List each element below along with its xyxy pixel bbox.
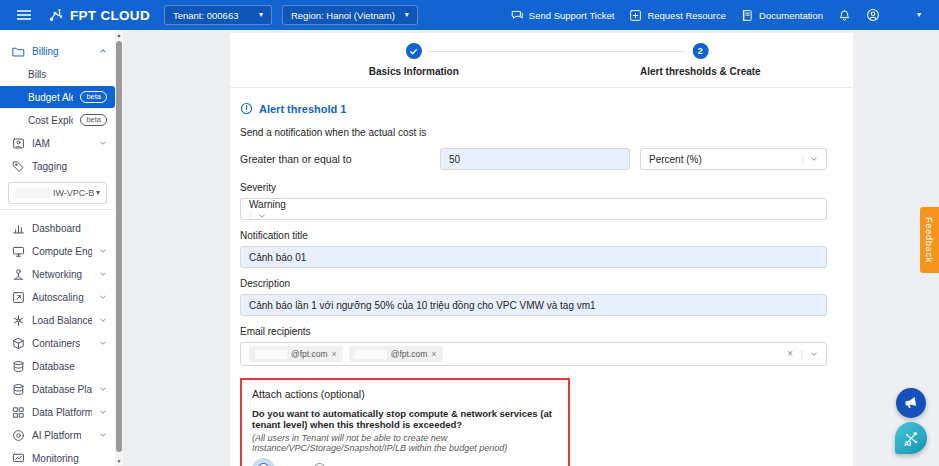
chevron-down-icon [99,293,107,301]
announcement-megaphone-button[interactable] [896,388,926,418]
sidebar-item-compute-engine[interactable]: Compute Engine [0,240,115,262]
unit-select[interactable]: Percent (%) | [640,148,827,170]
sidebar-item-budget-alert[interactable]: Budget Alertbeta [0,86,115,108]
chevron-down-icon [258,212,266,220]
step-basics-information[interactable]: Basics Information [369,43,459,77]
scrollbar-thumb[interactable] [116,41,122,452]
containers-icon [12,337,25,350]
main-content: Basics Information 2 Alert thresholds & … [123,30,939,466]
step-indicator: Basics Information 2 Alert thresholds & … [230,33,853,88]
step-number: 2 [692,43,708,59]
attach-actions-question: Do you want to automatically stop comput… [252,408,558,430]
email-recipients-label: Email recipients [240,326,827,337]
sidebar-item-dashboard[interactable]: Dashboard [0,217,115,239]
chevron-down-icon [99,408,107,416]
top-navigation-bar: FPT CLOUD Tenant: 000663 ▾ Region: Hanoi… [0,0,939,30]
logo-text: FPT CLOUD [70,8,150,23]
sidebar-divider [0,209,115,210]
step-alert-thresholds[interactable]: 2 Alert thresholds & Create [640,43,761,77]
ai-icon [12,429,25,442]
chevron-down-icon [810,350,818,358]
account-icon[interactable] [866,8,880,22]
fpt-cloud-logo[interactable]: FPT CLOUD [48,7,150,23]
sidebar-item-load-balancer[interactable]: Load Balancer [0,309,115,331]
chevron-down-icon: ▾ [259,11,263,19]
clear-all-icon[interactable]: × [787,349,793,359]
dashboard-icon [12,222,25,235]
chevron-down-icon [99,431,107,439]
chevron-down-icon [99,316,107,324]
feedback-tab[interactable]: Feedback [920,207,939,273]
topbar-link-request-resource[interactable]: Request Resource [629,9,726,22]
topbar-link-send-support-ticket[interactable]: Send Support Ticket [511,9,615,22]
attach-actions-label: Attach actions (optional) [252,388,558,400]
ai-assistant-button[interactable]: AI [895,422,927,454]
topbar-link-documentation[interactable]: Documentation [741,9,823,22]
sidebar-item-bills[interactable]: Bills [0,63,115,85]
compute-icon [12,245,25,258]
redacted-text [355,350,387,359]
support-ticket-icon [511,9,524,22]
region-select[interactable]: Region: Hanoi (Vietnam) ▾ [282,5,418,25]
sidebar-item-autoscaling[interactable]: Autoscaling [0,286,115,308]
billing-folder-icon [12,45,25,58]
sidebar-item-cost-explorer[interactable]: Cost Explorerbeta [0,109,115,131]
alert-threshold-form: Alert threshold 1 Send a notification wh… [230,88,853,466]
scroll-down-icon[interactable]: ▼ [117,458,122,464]
loadbalancer-icon [12,314,25,327]
tenant-select[interactable]: Tenant: 000663 ▾ [164,5,272,25]
threshold-row: Greater than or equal to Percent (%) | [240,148,827,170]
sidebar-item-billing[interactable]: Billing [0,40,115,62]
chevron-down-icon [99,139,107,147]
network-icon [12,268,25,281]
scroll-up-icon[interactable]: ▲ [117,32,122,38]
tag-icon [12,160,25,173]
megaphone-icon [903,395,919,411]
topbar-actions: Send Support TicketRequest ResourceDocum… [511,8,929,22]
chevron-down-icon [99,270,107,278]
sidebar-project-select[interactable]: IW-VPC-BI...▾ [8,182,107,204]
description-label: Description [240,278,827,289]
sidebar-item-tagging[interactable]: Tagging [0,155,115,177]
chevron-down-icon [99,247,107,255]
autoscaling-icon [12,291,25,304]
sidebar-item-ai-platform[interactable]: AI Platform [0,424,115,446]
threshold-value-input[interactable] [440,148,630,170]
annotation-highlight-attach-actions: Attach actions (optional) Do you want to… [240,378,570,466]
sidebar: BillingBillsBudget AlertbetaCost Explore… [0,30,123,466]
request-resource-icon [629,9,642,22]
sidebar-item-database[interactable]: Database [0,355,115,377]
email-recipients-field[interactable]: @fpt.com×@fpt.com× × | [240,342,827,366]
attach-actions-note: (All users in Tenant will not be able to… [252,433,558,453]
sidebar-item-networking[interactable]: Networking [0,263,115,285]
monitoring-icon [12,452,25,465]
fpt-molecule-icon [48,7,65,23]
redacted-text [255,350,287,359]
info-icon [240,102,253,115]
database-icon [12,360,25,373]
sidebar-item-monitoring[interactable]: Monitoring [0,447,115,466]
redacted-text [15,188,51,198]
sidebar-item-iam[interactable]: IAM [0,132,115,154]
account-menu-chevron-icon[interactable]: ▾ [917,11,921,19]
chevron-down-icon [810,155,818,163]
section-title: Alert threshold 1 [240,102,827,115]
sidebar-item-database-platform[interactable]: Database Platform [0,378,115,400]
wizard-card: Basics Information 2 Alert thresholds & … [230,33,853,466]
notifications-bell-icon[interactable] [838,9,851,22]
severity-select[interactable]: Warning | [240,198,827,220]
sidebar-item-containers[interactable]: Containers [0,332,115,354]
description-input[interactable] [240,294,827,316]
email-recipient-tag[interactable]: @fpt.com× [249,346,343,362]
sidebar-item-data-platform[interactable]: Data Platform [0,401,115,423]
chevron-down-icon [99,385,107,393]
remove-recipient-icon[interactable]: × [332,350,337,359]
sidebar-scrollbar[interactable]: ▲ ▼ [115,30,123,466]
hamburger-menu-icon[interactable] [0,9,48,21]
svg-text:AI: AI [904,440,911,447]
beta-badge: beta [80,114,107,127]
email-recipient-tag[interactable]: @fpt.com× [349,346,443,362]
notification-title-input[interactable] [240,246,827,268]
chevron-down-icon: ▾ [96,189,100,197]
remove-recipient-icon[interactable]: × [431,350,436,359]
